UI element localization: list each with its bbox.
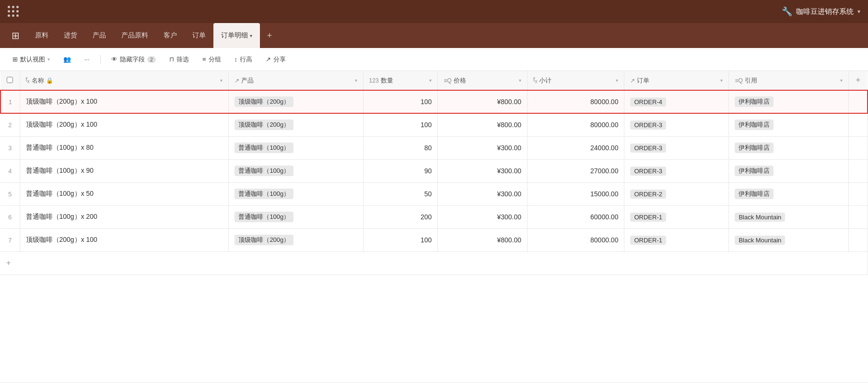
row-price-cell[interactable]: ¥300.00	[438, 159, 528, 182]
product-tag[interactable]: 普通咖啡（100g）	[235, 143, 293, 153]
row-subtotal-cell[interactable]: 15000.00	[528, 182, 624, 205]
row-name-cell[interactable]: 普通咖啡（100g）x 200	[20, 205, 229, 228]
filter-button[interactable]: ⊓ 筛选	[164, 53, 194, 66]
row-ref-cell[interactable]: Black Mountain	[729, 228, 848, 251]
row-product-cell[interactable]: 顶级咖啡（200g）	[229, 228, 363, 251]
row-price-cell[interactable]: ¥800.00	[438, 228, 528, 251]
row-product-cell[interactable]: 顶级咖啡（200g）	[229, 113, 363, 136]
col-header-product[interactable]: ↗ 产品 ▾	[229, 71, 363, 90]
row-ref-cell[interactable]: 伊利咖啡店	[729, 113, 848, 136]
row-quantity-cell[interactable]: 80	[363, 136, 438, 159]
row-subtotal-cell[interactable]: 60000.00	[528, 205, 624, 228]
nav-home[interactable]: ⊞	[4, 23, 27, 48]
row-ref-cell[interactable]: 伊利咖啡店	[729, 159, 848, 182]
ref-tag[interactable]: Black Mountain	[735, 213, 785, 222]
col-header-quantity[interactable]: 123 数量 ▾	[363, 71, 438, 90]
row-ref-cell[interactable]: Black Mountain	[729, 205, 848, 228]
row-price-cell[interactable]: ¥300.00	[438, 205, 528, 228]
col-price-dropdown[interactable]: ▾	[519, 78, 521, 83]
product-tag[interactable]: 顶级咖啡（200g）	[235, 120, 293, 130]
row-product-cell[interactable]: 普通咖啡（100g）	[229, 182, 363, 205]
users-button[interactable]: 👥	[59, 53, 76, 65]
row-name-cell[interactable]: 普通咖啡（100g）x 50	[20, 182, 229, 205]
col-name-dropdown[interactable]: ▾	[220, 78, 223, 83]
nav-item-product[interactable]: 产品	[85, 23, 114, 48]
row-price-cell[interactable]: ¥300.00	[438, 182, 528, 205]
col-ref-dropdown[interactable]: ▾	[840, 78, 843, 83]
row-order-cell[interactable]: ORDER-4	[624, 90, 729, 113]
row-quantity-cell[interactable]: 90	[363, 159, 438, 182]
row-subtotal-cell[interactable]: 80000.00	[528, 228, 624, 251]
app-grid-icon[interactable]	[8, 6, 19, 17]
row-ref-cell[interactable]: 伊利咖啡店	[729, 182, 848, 205]
row-name-cell[interactable]: 普通咖啡（100g）x 80	[20, 136, 229, 159]
col-product-dropdown[interactable]: ▾	[355, 78, 357, 83]
col-header-name[interactable]: fx 名称 🔒 ▾	[20, 71, 229, 90]
row-name-cell[interactable]: 普通咖啡（100g）x 90	[20, 159, 229, 182]
row-order-cell[interactable]: ORDER-3	[624, 159, 729, 182]
order-tag[interactable]: ORDER-3	[630, 167, 666, 176]
row-name-cell[interactable]: 顶级咖啡（200g）x 100	[20, 90, 229, 113]
add-row-button[interactable]: +	[0, 251, 868, 275]
nav-item-material[interactable]: 原料	[27, 23, 56, 48]
ref-tag[interactable]: Black Mountain	[735, 236, 785, 245]
row-subtotal-cell[interactable]: 80000.00	[528, 90, 624, 113]
row-subtotal-cell[interactable]: 27000.00	[528, 159, 624, 182]
nav-item-product-material[interactable]: 产品原料	[114, 23, 156, 48]
nav-item-order[interactable]: 订单	[185, 23, 213, 48]
ref-tag[interactable]: 伊利咖啡店	[735, 189, 774, 199]
table-row[interactable]: 2 顶级咖啡（200g）x 100 顶级咖啡（200g） 100 ¥800.00…	[0, 113, 868, 136]
row-order-cell[interactable]: ORDER-2	[624, 182, 729, 205]
row-price-cell[interactable]: ¥800.00	[438, 90, 528, 113]
share-button[interactable]: ↗ 分享	[261, 53, 291, 66]
select-all-checkbox[interactable]	[7, 77, 13, 83]
more-options-button[interactable]: ···	[80, 53, 94, 65]
add-column-button[interactable]: +	[848, 71, 868, 90]
app-dropdown-icon[interactable]: ▾	[857, 8, 860, 15]
row-product-cell[interactable]: 普通咖啡（100g）	[229, 205, 363, 228]
col-header-subtotal[interactable]: fx 小计 ▾	[528, 71, 624, 90]
row-name-cell[interactable]: 顶级咖啡（200g）x 100	[20, 113, 229, 136]
row-product-cell[interactable]: 顶级咖啡（200g）	[229, 90, 363, 113]
row-order-cell[interactable]: ORDER-1	[624, 228, 729, 251]
col-subtotal-dropdown[interactable]: ▾	[616, 78, 618, 83]
nav-item-customer[interactable]: 客户	[156, 23, 185, 48]
ref-tag[interactable]: 伊利咖啡店	[735, 120, 774, 130]
order-tag[interactable]: ORDER-2	[630, 190, 666, 199]
product-tag[interactable]: 顶级咖啡（200g）	[235, 96, 293, 107]
row-order-cell[interactable]: ORDER-3	[624, 113, 729, 136]
row-name-cell[interactable]: 顶级咖啡（200g）x 100	[20, 228, 229, 251]
row-height-button[interactable]: ↕ 行高	[230, 53, 258, 66]
order-tag[interactable]: ORDER-3	[630, 144, 666, 153]
col-header-price[interactable]: ≡Q 价格 ▾	[438, 71, 528, 90]
row-quantity-cell[interactable]: 100	[363, 113, 438, 136]
nav-item-purchase[interactable]: 进货	[56, 23, 85, 48]
row-subtotal-cell[interactable]: 80000.00	[528, 113, 624, 136]
order-tag[interactable]: ORDER-4	[630, 97, 666, 107]
row-ref-cell[interactable]: 伊利咖啡店	[729, 136, 848, 159]
row-ref-cell[interactable]: 伊利咖啡店	[729, 90, 848, 113]
ref-tag[interactable]: 伊利咖啡店	[735, 143, 774, 153]
nav-add-tab-button[interactable]: +	[262, 23, 277, 48]
col-header-order[interactable]: ↗ 订单 ▾	[624, 71, 729, 90]
product-tag[interactable]: 顶级咖啡（200g）	[235, 235, 293, 245]
order-tag[interactable]: ORDER-1	[630, 236, 666, 245]
view-selector-button[interactable]: ⊞ 默认视图 ▾	[8, 53, 55, 66]
row-quantity-cell[interactable]: 100	[363, 228, 438, 251]
table-row[interactable]: 6 普通咖啡（100g）x 200 普通咖啡（100g） 200 ¥300.00…	[0, 205, 868, 228]
product-tag[interactable]: 普通咖啡（100g）	[235, 189, 293, 199]
row-order-cell[interactable]: ORDER-1	[624, 205, 729, 228]
add-row-icon-cell[interactable]: +	[0, 251, 868, 275]
row-quantity-cell[interactable]: 50	[363, 182, 438, 205]
row-quantity-cell[interactable]: 100	[363, 90, 438, 113]
group-button[interactable]: ≡ 分组	[198, 53, 226, 66]
ref-tag[interactable]: 伊利咖啡店	[735, 166, 774, 176]
hide-fields-button[interactable]: 👁 隐藏字段 2	[106, 53, 161, 66]
row-product-cell[interactable]: 普通咖啡（100g）	[229, 136, 363, 159]
row-subtotal-cell[interactable]: 24000.00	[528, 136, 624, 159]
table-row[interactable]: 7 顶级咖啡（200g）x 100 顶级咖啡（200g） 100 ¥800.00…	[0, 228, 868, 251]
ref-tag[interactable]: 伊利咖啡店	[735, 96, 774, 107]
nav-item-order-detail[interactable]: 订单明细 ▾	[213, 23, 260, 48]
table-row[interactable]: 1 顶级咖啡（200g）x 100 顶级咖啡（200g） 100 ¥800.00…	[0, 90, 868, 113]
order-tag[interactable]: ORDER-1	[630, 213, 666, 222]
